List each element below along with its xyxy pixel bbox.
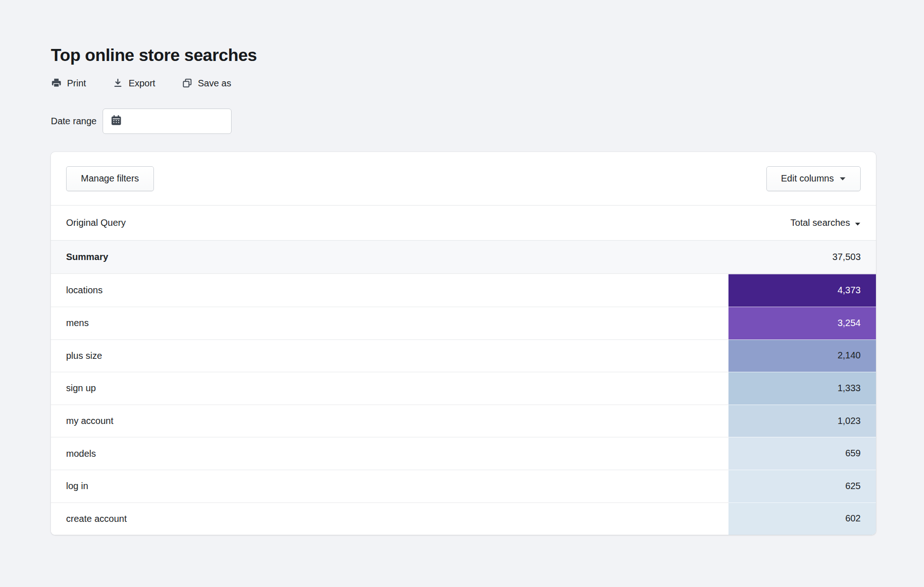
date-range-row: Date range <box>51 109 876 134</box>
summary-row: Summary 37,503 <box>51 241 876 274</box>
printer-icon <box>51 78 62 89</box>
table-row: sign up 1,333 <box>51 372 876 405</box>
table-row: locations 4,373 <box>51 274 876 307</box>
card-filter-bar: Manage filters Edit columns <box>51 152 876 206</box>
save-as-label: Save as <box>198 78 231 89</box>
query-cell: locations <box>51 274 728 307</box>
date-range-label: Date range <box>51 116 97 127</box>
edit-columns-button[interactable]: Edit columns <box>766 166 861 191</box>
value-cell: 659 <box>728 437 876 470</box>
export-button[interactable]: Export <box>112 78 155 89</box>
value-cell: 625 <box>728 470 876 502</box>
query-cell: my account <box>51 405 728 437</box>
total-searches-label: Total searches <box>790 218 850 228</box>
duplicate-icon <box>182 78 193 89</box>
table-row: plus size 2,140 <box>51 339 876 372</box>
table-row: log in 625 <box>51 470 876 502</box>
table-row: create account 602 <box>51 502 876 535</box>
date-range-input[interactable] <box>103 109 232 134</box>
table-row: models 659 <box>51 437 876 470</box>
value-cell: 1,023 <box>728 405 876 437</box>
report-actions: Print Export Save as <box>51 78 876 89</box>
query-cell: log in <box>51 470 728 502</box>
sort-caret-down-icon <box>855 218 861 228</box>
summary-value: 37,503 <box>832 252 861 262</box>
print-label: Print <box>67 78 86 89</box>
column-header-original-query[interactable]: Original Query <box>66 218 126 228</box>
table-body: locations 4,373 mens 3,254 plus size 2,1… <box>51 274 876 535</box>
value-cell: 2,140 <box>728 339 876 372</box>
table-row: mens 3,254 <box>51 307 876 339</box>
caret-down-icon <box>839 177 846 181</box>
query-cell: plus size <box>51 339 728 372</box>
value-cell: 4,373 <box>728 274 876 307</box>
table-row: my account 1,023 <box>51 405 876 437</box>
manage-filters-button[interactable]: Manage filters <box>66 166 154 191</box>
query-cell: create account <box>51 502 728 535</box>
export-label: Export <box>129 78 155 89</box>
report-page: Top online store searches Print Export <box>0 0 924 535</box>
save-as-button[interactable]: Save as <box>182 78 231 89</box>
value-cell: 1,333 <box>728 372 876 405</box>
column-header-total-searches[interactable]: Total searches <box>790 218 861 228</box>
download-icon <box>112 78 123 89</box>
manage-filters-label: Manage filters <box>81 173 139 184</box>
report-card: Manage filters Edit columns Original Que… <box>51 152 876 535</box>
page-title: Top online store searches <box>51 45 876 66</box>
query-cell: sign up <box>51 372 728 405</box>
calendar-icon <box>110 114 122 128</box>
value-cell: 3,254 <box>728 307 876 339</box>
edit-columns-label: Edit columns <box>781 173 834 184</box>
query-cell: models <box>51 437 728 470</box>
value-cell: 602 <box>728 502 876 535</box>
query-cell: mens <box>51 307 728 339</box>
print-button[interactable]: Print <box>51 78 86 89</box>
summary-label: Summary <box>66 252 108 262</box>
table-header: Original Query Total searches <box>51 206 876 241</box>
